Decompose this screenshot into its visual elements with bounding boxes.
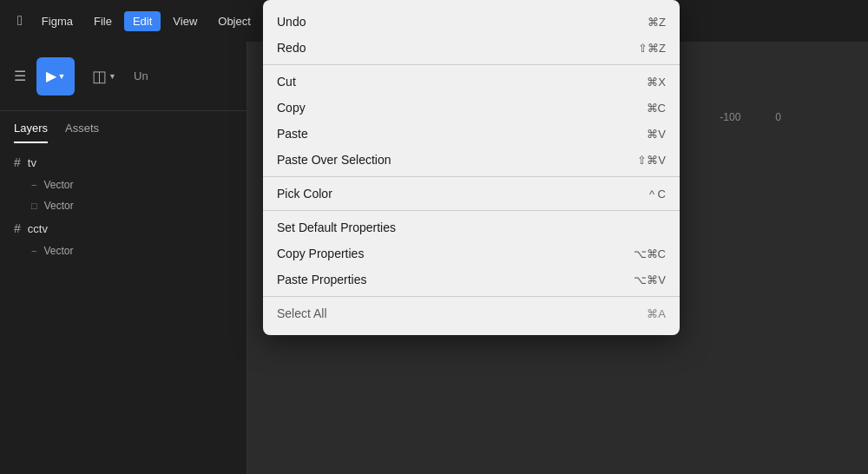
tab-assets[interactable]: Assets	[65, 122, 99, 143]
redo-shortcut: ⇧⌘Z	[638, 42, 666, 55]
menu-item-paste[interactable]: Paste ⌘V	[263, 121, 680, 147]
menu-item-select-all[interactable]: Select All ⌘A	[263, 300, 680, 326]
pick-color-shortcut: ^ C	[649, 188, 666, 201]
chevron-down-icon: ▼	[58, 72, 66, 81]
layer-item-tv[interactable]: # tv	[0, 150, 247, 174]
object-menu-item[interactable]: Object	[209, 11, 260, 31]
layer-child-vector3[interactable]: − Vector	[0, 240, 247, 261]
layer-item-cctv[interactable]: # cctv	[0, 216, 247, 240]
menu-section-properties: Set Default Properties Copy Properties ⌥…	[263, 210, 680, 296]
menu-section-pick-color: Pick Color ^ C	[263, 176, 680, 210]
hash-icon-cctv: #	[14, 221, 21, 235]
layer-child-vector1[interactable]: − Vector	[0, 174, 247, 195]
paste-props-shortcut: ⌥⌘V	[634, 273, 666, 286]
menu-section-select: Select All ⌘A	[263, 296, 680, 330]
undo-label: Undo	[277, 15, 306, 29]
minus-icon-vector3: −	[31, 246, 36, 256]
paste-label: Paste	[277, 127, 308, 141]
menu-item-cut[interactable]: Cut ⌘X	[263, 69, 680, 95]
left-panel: ☰ ▶ ▼ ◫ ▼ Un Layers Assets # tv − Vector…	[0, 42, 247, 474]
menu-item-copy-props[interactable]: Copy Properties ⌥⌘C	[263, 240, 680, 267]
cut-shortcut: ⌘X	[647, 76, 666, 89]
layers-list: # tv − Vector □ Vector # cctv − Vector	[0, 143, 247, 268]
tab-layers[interactable]: Layers	[14, 122, 48, 143]
copy-props-label: Copy Properties	[277, 247, 364, 260]
select-all-shortcut: ⌘A	[647, 307, 666, 320]
left-panel-toolbar: ☰ ▶ ▼ ◫ ▼ Un	[0, 42, 247, 111]
chevron-down-icon-frame: ▼	[108, 72, 116, 81]
undo-text: Un	[134, 69, 148, 82]
paste-props-label: Paste Properties	[277, 273, 367, 286]
select-all-label: Select All	[277, 306, 327, 320]
menu-item-set-default[interactable]: Set Default Properties	[263, 214, 680, 240]
layer-label-vector2: Vector	[44, 200, 74, 212]
menu-section-undo-redo: Undo ⌘Z Redo ⇧⌘Z	[263, 5, 680, 64]
copy-props-shortcut: ⌥⌘C	[634, 247, 666, 260]
undo-shortcut: ⌘Z	[648, 16, 666, 29]
copy-shortcut: ⌘C	[647, 102, 666, 115]
coord-neg: -100	[720, 111, 740, 123]
paste-over-shortcut: ⇧⌘V	[637, 154, 666, 167]
view-menu-item[interactable]: View	[164, 11, 206, 31]
figma-menu-item[interactable]: Figma	[33, 11, 82, 31]
layer-label-vector3: Vector	[43, 245, 73, 257]
edit-menu-item[interactable]: Edit	[124, 11, 161, 31]
layer-label-vector1: Vector	[43, 179, 73, 191]
layers-tabs: Layers Assets	[0, 111, 247, 143]
component-icon-vector2: □	[31, 201, 37, 211]
menu-item-copy[interactable]: Copy ⌘C	[263, 95, 680, 121]
minus-icon-vector1: −	[31, 180, 36, 190]
menu-section-clipboard: Cut ⌘X Copy ⌘C Paste ⌘V Paste Over Selec…	[263, 64, 680, 176]
menu-item-pick-color[interactable]: Pick Color ^ C	[263, 181, 680, 207]
cursor-icon: ▶	[46, 68, 56, 84]
redo-label: Redo	[277, 41, 306, 55]
paste-over-label: Paste Over Selection	[277, 153, 391, 167]
canvas-coordinates: -100 0	[720, 111, 781, 123]
hash-icon-tv: #	[14, 155, 21, 169]
layer-child-vector2[interactable]: □ Vector	[0, 195, 247, 216]
menu-item-paste-over[interactable]: Paste Over Selection ⇧⌘V	[263, 147, 680, 173]
menu-item-undo[interactable]: Undo ⌘Z	[263, 9, 680, 35]
set-default-label: Set Default Properties	[277, 221, 396, 234]
frame-tool-button[interactable]: ◫ ▼	[85, 57, 123, 95]
coord-zero: 0	[775, 111, 781, 123]
layer-label-cctv: cctv	[28, 222, 48, 235]
apple-menu-item[interactable]: 	[10, 10, 30, 32]
pick-color-label: Pick Color	[277, 187, 332, 201]
paste-shortcut: ⌘V	[647, 128, 666, 141]
frame-icon: ◫	[92, 67, 107, 86]
copy-label: Copy	[277, 101, 306, 115]
hamburger-icon[interactable]: ☰	[14, 68, 26, 84]
menu-item-paste-props[interactable]: Paste Properties ⌥⌘V	[263, 267, 680, 293]
layer-label-tv: tv	[28, 156, 36, 169]
cut-label: Cut	[277, 75, 296, 89]
select-tool-button[interactable]: ▶ ▼	[36, 57, 75, 95]
menu-item-redo[interactable]: Redo ⇧⌘Z	[263, 35, 680, 61]
edit-dropdown-menu: Undo ⌘Z Redo ⇧⌘Z Cut ⌘X Copy ⌘C Paste ⌘V	[263, 0, 680, 335]
file-menu-item[interactable]: File	[85, 11, 121, 31]
